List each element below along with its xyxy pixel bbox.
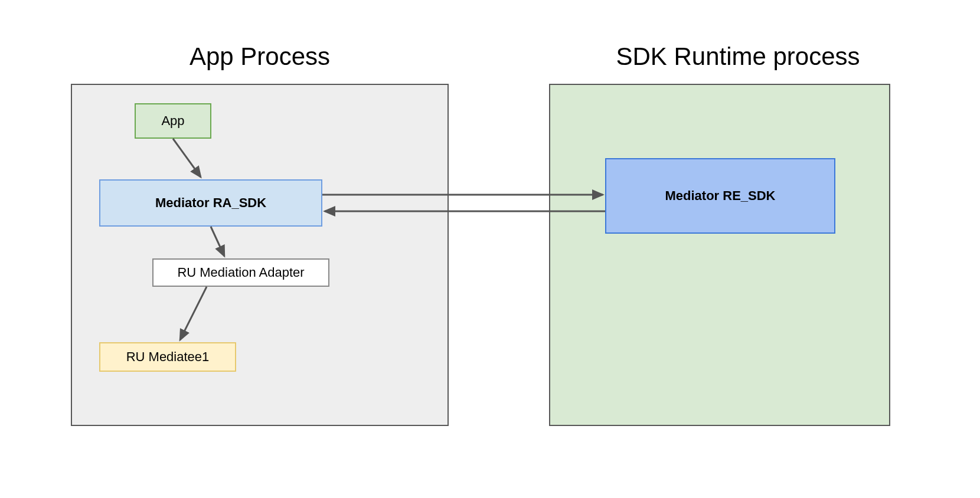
app-process-title: App Process (71, 42, 449, 71)
mediator-ra-sdk-node: Mediator RA_SDK (99, 179, 322, 227)
mediator-ra-sdk-label: Mediator RA_SDK (155, 195, 266, 211)
app-process-container (71, 84, 449, 426)
ru-mediatee1-label: RU Mediatee1 (126, 349, 210, 365)
sdk-runtime-process-container (549, 84, 890, 426)
mediator-re-sdk-label: Mediator RE_SDK (665, 188, 775, 204)
ru-mediatee1-node: RU Mediatee1 (99, 342, 236, 372)
mediator-re-sdk-node: Mediator RE_SDK (605, 158, 835, 234)
app-node: App (135, 103, 211, 139)
ru-mediation-adapter-node: RU Mediation Adapter (152, 258, 329, 287)
sdk-runtime-process-title: SDK Runtime process (549, 42, 927, 71)
ru-mediation-adapter-label: RU Mediation Adapter (177, 265, 304, 280)
app-node-label: App (161, 113, 184, 129)
diagram-canvas: App Process SDK Runtime process App Medi… (0, 0, 980, 498)
